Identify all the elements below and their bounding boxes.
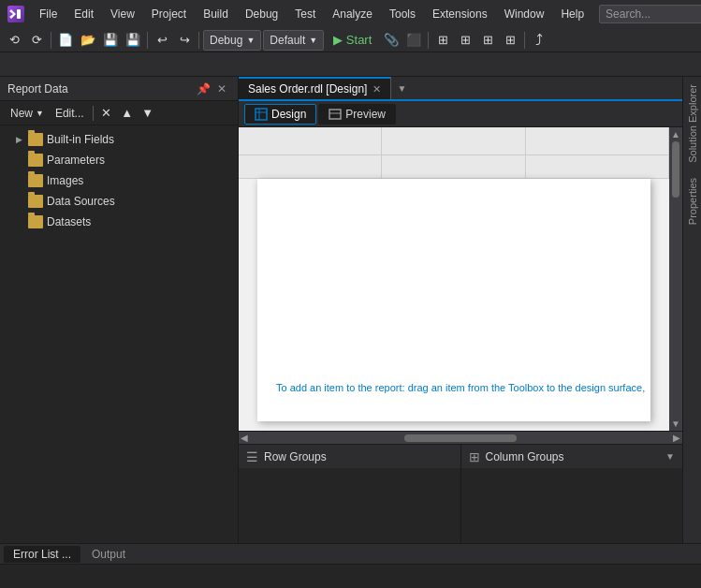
tb-step2[interactable]: ⊞	[455, 30, 475, 51]
menu-debug[interactable]: Debug	[238, 4, 285, 24]
properties-tab[interactable]: Properties	[684, 170, 701, 232]
sep1	[51, 32, 51, 49]
editor-tab-sales-order[interactable]: Sales Order.rdl [Design] ✕	[239, 77, 391, 99]
chevron-down-icon2: ▼	[309, 36, 317, 45]
menu-file[interactable]: File	[32, 4, 65, 24]
tab-overflow-button[interactable]: ▼	[392, 77, 411, 99]
delete-button[interactable]: ✕	[97, 104, 116, 123]
platform-dropdown[interactable]: Default ▼	[263, 30, 324, 51]
menu-tools[interactable]: Tools	[382, 4, 423, 24]
tb-attach[interactable]: 📎	[381, 30, 402, 51]
tree-label-datasources: Data Sources	[47, 195, 115, 208]
menu-test[interactable]: Test	[287, 4, 323, 24]
pt-sep1	[93, 106, 94, 121]
col-groups-content	[461, 468, 683, 543]
tb-step3[interactable]: ⊞	[477, 30, 498, 51]
preview-label: Preview	[345, 108, 386, 121]
hscroll-thumb-top[interactable]	[404, 434, 517, 442]
folder-icon-builtin	[28, 133, 43, 146]
col-groups-arrow[interactable]: ▼	[665, 451, 675, 462]
menu-window[interactable]: Window	[497, 4, 552, 24]
left-panel-report-data: Report Data 📌 ✕ New ▼ Edit... ✕ ▲ ▼ ▶	[0, 77, 239, 543]
tb-step4[interactable]: ⊞	[500, 30, 520, 51]
edit-button[interactable]: Edit...	[51, 104, 89, 123]
groups-content	[239, 468, 682, 543]
folder-icon-datasources	[28, 195, 43, 208]
tree-item-datasets[interactable]: Datasets	[0, 212, 238, 232]
svg-rect-1	[256, 109, 267, 120]
titlebar: File Edit View Project Build Debug Test …	[0, 0, 701, 28]
sep5	[524, 32, 525, 49]
tb-new[interactable]: 📄	[55, 30, 76, 51]
menu-bar: File Edit View Project Build Debug Test …	[32, 4, 591, 24]
toolbar-secondary	[0, 52, 701, 77]
sep4	[428, 32, 429, 49]
tab-label: Sales Order.rdl [Design]	[248, 82, 367, 96]
tb-git[interactable]: ⤴	[529, 30, 549, 51]
tb-redo[interactable]: ↪	[174, 30, 195, 51]
groups-bar: ☰ Row Groups ⊞ Column Groups ▼	[239, 444, 682, 468]
tb-save[interactable]: 💾	[100, 30, 121, 51]
tb-breakpoint[interactable]: ⬛	[403, 30, 424, 51]
preview-button[interactable]: Preview	[318, 104, 396, 125]
new-label: New	[10, 107, 33, 120]
output-tab[interactable]: Output	[82, 546, 135, 563]
design-icon	[255, 108, 268, 121]
folder-icon-datasets	[28, 215, 43, 228]
horizontal-scrollbar-top[interactable]: ◀ ▶	[239, 431, 682, 444]
vscroll-thumb[interactable]	[672, 141, 679, 198]
col-groups-icon: ⊞	[469, 449, 480, 464]
folder-icon-images	[28, 174, 43, 187]
tab-close-icon[interactable]: ✕	[372, 83, 381, 96]
error-list-tab[interactable]: Error List ...	[4, 546, 80, 563]
tree-label-builtin: Built-in Fields	[47, 133, 114, 146]
move-up-button[interactable]: ▲	[118, 104, 137, 123]
new-button[interactable]: New ▼	[6, 104, 49, 123]
tb-save-all[interactable]: 💾	[123, 30, 143, 51]
canvas-hint-text: To add an item to the report: drag an it…	[276, 382, 645, 393]
debug-config-dropdown[interactable]: Debug ▼	[203, 30, 261, 51]
vertical-scrollbar[interactable]: ▲ ▼	[669, 127, 682, 431]
app-logo	[7, 6, 24, 22]
col-groups-label: Column Groups	[486, 450, 564, 463]
panel-toolbar: New ▼ Edit... ✕ ▲ ▼	[0, 101, 238, 125]
search-input[interactable]	[606, 7, 701, 21]
row-groups-label: Row Groups	[264, 450, 327, 463]
panel-pin-button[interactable]: 📌	[195, 81, 212, 97]
right-editor-panel: Sales Order.rdl [Design] ✕ ▼ Design	[239, 77, 682, 543]
report-canvas[interactable]: To add an item to the report: drag an it…	[257, 179, 650, 421]
menu-extensions[interactable]: Extensions	[425, 4, 495, 24]
tree-item-images[interactable]: Images	[0, 170, 238, 191]
menu-help[interactable]: Help	[553, 4, 591, 24]
new-dropdown-icon: ▼	[36, 109, 44, 118]
tb-back[interactable]: ⟲	[4, 30, 24, 51]
tb-open[interactable]: 📂	[78, 30, 98, 51]
svg-rect-0	[17, 9, 21, 19]
row-groups-section: ☰ Row Groups	[239, 445, 461, 468]
folder-icon-params	[28, 154, 43, 167]
menu-analyze[interactable]: Analyze	[325, 4, 380, 24]
start-button[interactable]: ▶ Start	[326, 30, 379, 51]
tb-forward[interactable]: ⟳	[26, 30, 47, 51]
tree-item-builtin-fields[interactable]: ▶ Built-in Fields	[0, 129, 238, 150]
design-button[interactable]: Design	[244, 104, 316, 125]
menu-view[interactable]: View	[103, 4, 142, 24]
expand-arrow-builtin: ▶	[13, 134, 24, 145]
tree-item-datasources[interactable]: Data Sources	[0, 191, 238, 212]
menu-edit[interactable]: Edit	[66, 4, 101, 24]
menu-build[interactable]: Build	[196, 4, 236, 24]
tree-label-datasets: Datasets	[47, 215, 91, 228]
platform-label: Default	[270, 34, 305, 47]
report-data-tree: ▶ Built-in Fields Parameters Images Data…	[0, 125, 238, 543]
move-down-button[interactable]: ▼	[139, 104, 157, 123]
search-box[interactable]: 🔍	[599, 5, 701, 23]
tree-item-parameters[interactable]: Parameters	[0, 150, 238, 170]
tree-label-params: Parameters	[47, 154, 105, 167]
panel-close-button[interactable]: ✕	[213, 81, 230, 97]
tb-step1[interactable]: ⊞	[432, 30, 453, 51]
svg-rect-4	[329, 110, 341, 119]
tb-undo[interactable]: ↩	[152, 30, 172, 51]
solution-explorer-tab[interactable]: Solution Explorer	[684, 77, 701, 170]
bottom-panel: Error List ... Output	[0, 543, 701, 588]
menu-project[interactable]: Project	[144, 4, 194, 24]
